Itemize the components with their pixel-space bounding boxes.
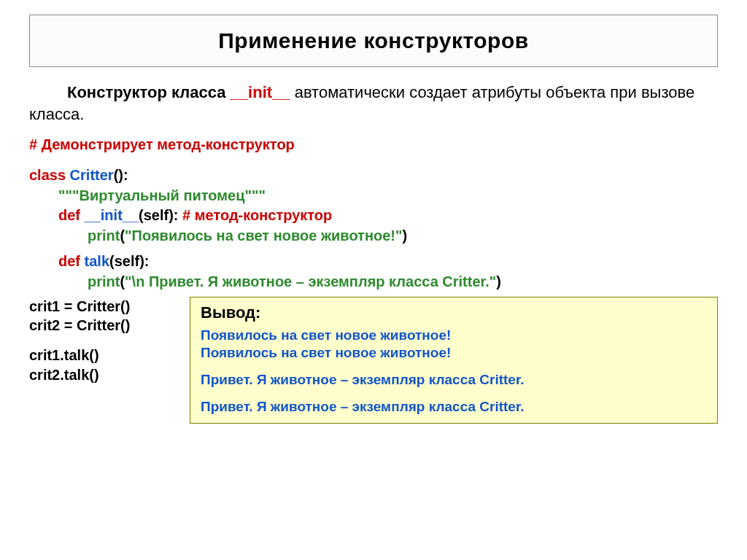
code-class-line: class Critter():	[29, 166, 718, 186]
talk-print-str: "\n Привет. Я животное – экземпляр класс…	[125, 273, 496, 289]
talk-name: talk	[85, 253, 109, 269]
slide: Применение конструкторов Конструктор кла…	[0, 0, 747, 431]
output-line-2: Появилось на свет новое животное!	[201, 344, 707, 362]
close-paren-1: )	[402, 228, 407, 244]
kw-def-2: def	[58, 253, 85, 269]
crit1-call: crit1.talk()	[29, 346, 175, 365]
slide-title: Применение конструкторов	[37, 28, 710, 53]
code-talk-print: print("\n Привет. Я животное – экземпляр…	[29, 272, 718, 292]
init-print-str: "Появилось на свет новое животное!"	[125, 228, 402, 244]
print-fn-2: print	[88, 273, 120, 289]
kw-def-1: def	[58, 207, 85, 223]
docstring-text: """Виртуальный питомец"""	[58, 187, 266, 203]
kw-class: class	[29, 167, 70, 183]
crit2-assign: crit2 = Critter()	[29, 316, 175, 335]
code-def-init: def __init__(self): # метод-конструктор	[29, 206, 718, 226]
init-inline-comment: # метод-конструктор	[179, 207, 333, 223]
class-name: Critter	[70, 167, 114, 183]
title-box: Применение конструкторов	[29, 15, 718, 67]
call-block: crit1 = Critter() crit2 = Critter() crit…	[29, 297, 175, 385]
intro-paragraph: Конструктор класса __init__ автоматическ…	[29, 82, 718, 125]
code-init-print: print("Появилось на свет новое животное!…	[29, 226, 718, 246]
crit2-call: crit2.talk()	[29, 365, 175, 385]
output-title: Вывод:	[201, 303, 707, 322]
output-line-3: Привет. Я животное – экземпляр класса Cr…	[201, 371, 707, 389]
output-line-4: Привет. Я животное – экземпляр класса Cr…	[201, 398, 707, 416]
init-args: (self):	[139, 207, 178, 223]
code-block: # Демонстрирует метод-конструктор class …	[29, 135, 718, 292]
output-line-1: Появилось на свет новое животное!	[201, 327, 707, 345]
intro-init: __init__	[231, 83, 290, 101]
class-tail: ():	[114, 167, 128, 183]
talk-args: (self):	[109, 253, 149, 269]
close-paren-2: )	[496, 273, 501, 289]
code-def-talk: def talk(self):	[29, 252, 718, 272]
code-comment-demo: # Демонстрирует метод-конструктор	[29, 135, 718, 155]
intro-part1: Конструктор класса	[67, 83, 231, 101]
lower-row: crit1 = Critter() crit2 = Critter() crit…	[29, 297, 718, 424]
init-name: __init__	[85, 207, 139, 223]
output-box: Вывод: Появилось на свет новое животное!…	[190, 297, 718, 424]
print-fn-1: print	[88, 228, 120, 244]
crit1-assign: crit1 = Critter()	[29, 297, 175, 316]
code-docstring: """Виртуальный питомец"""	[29, 186, 718, 206]
